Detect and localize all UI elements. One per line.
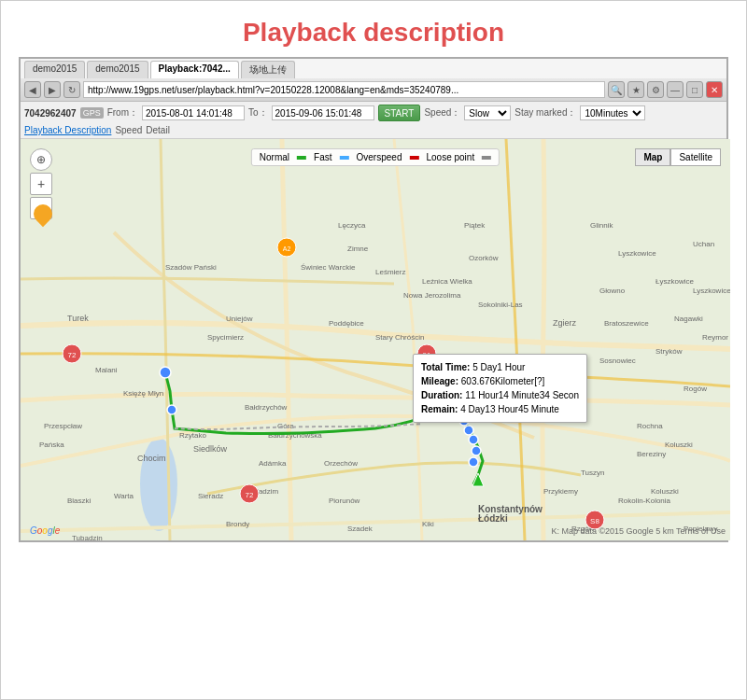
svg-text:Adámka: Adámka	[259, 459, 287, 468]
svg-text:Stryków: Stryków	[655, 347, 683, 356]
device-id: 7042962407	[24, 108, 77, 119]
maximize-btn[interactable]: □	[686, 81, 703, 98]
device-badge: GPS	[80, 107, 104, 119]
search-btn[interactable]: 🔍	[608, 81, 625, 98]
svg-text:Reymor: Reymor	[702, 333, 728, 342]
svg-text:Warta: Warta	[114, 492, 134, 500]
svg-text:Sokolniki-Las: Sokolniki-Las	[478, 301, 523, 309]
pan-button[interactable]: ⊕	[30, 148, 52, 171]
google-logo: Google	[30, 525, 60, 536]
overspeed-color-dot	[409, 156, 418, 160]
forward-button[interactable]: ▶	[44, 81, 61, 98]
toolbar-bar: 7042962407 GPS From： To： START Speed： Sl…	[21, 102, 726, 139]
duration-value: 11 Hour14 Minute34 Secon	[465, 390, 579, 400]
browser-chrome: ◀ ▶ ↻ 🔍 ★ ⚙ — □ ✕	[21, 78, 726, 102]
svg-text:Lyszkowice: Lyszkowice	[693, 287, 730, 295]
svg-text:Sosnowiec: Sosnowiec	[599, 357, 636, 365]
svg-text:Blaszki: Blaszki	[67, 497, 92, 505]
svg-text:Rokolin-Kolonia: Rokolin-Kolonia	[618, 497, 671, 505]
svg-text:Turek: Turek	[67, 314, 89, 323]
svg-text:Rogów: Rogów	[684, 385, 707, 393]
refresh-button[interactable]: ↻	[63, 81, 80, 98]
remain-label: Remain:	[421, 404, 458, 414]
svg-text:Leźnica Wielka: Leźnica Wielka	[422, 277, 472, 286]
remain-value: 4 Day13 Hour45 Minute	[460, 404, 559, 414]
address-input[interactable]	[83, 81, 605, 98]
fast-color-dot	[340, 156, 349, 160]
legend-loose-label: Loose point	[426, 152, 474, 162]
svg-text:Bereziny: Bereziny	[637, 450, 666, 458]
tab-upload[interactable]: 场地上传	[241, 61, 295, 78]
tab-playback[interactable]: Playback:7042...	[150, 61, 239, 78]
svg-text:Rzytako: Rzytako	[179, 431, 206, 440]
svg-text:Chocim: Chocim	[137, 454, 166, 463]
svg-text:Pańska: Pańska	[39, 441, 64, 449]
svg-text:Stary Chróścin: Stary Chróścin	[375, 333, 424, 342]
svg-text:Uchan: Uchan	[693, 240, 714, 248]
svg-text:Lyszkowice: Lyszkowice	[618, 249, 656, 258]
svg-text:Przespcław: Przespcław	[44, 422, 82, 430]
minimize-btn[interactable]: —	[667, 81, 684, 98]
popup-mileage: Mileage: 603.676Kilometer[?]	[421, 374, 579, 388]
legend-overspeed-label: Overspeed	[357, 152, 402, 162]
svg-text:Szadów Pański: Szadów Pański	[165, 263, 217, 272]
tab-demo2015-2[interactable]: demo2015	[87, 61, 148, 78]
settings-btn[interactable]: ⚙	[647, 81, 664, 98]
stay-marked-label: Stay marked：	[514, 106, 576, 119]
back-button[interactable]: ◀	[24, 81, 41, 98]
popup-remain: Remain: 4 Day13 Hour45 Minute	[421, 402, 579, 416]
popup-duration: Duration: 11 Hour14 Minute34 Secon	[421, 388, 579, 402]
zoom-in-button[interactable]: +	[30, 173, 52, 195]
svg-text:Góra: Góra	[277, 422, 294, 430]
page-title: Playback description	[1, 1, 746, 57]
svg-text:Orzechów: Orzechów	[324, 459, 358, 468]
svg-text:Leśmierz: Leśmierz	[375, 268, 405, 276]
svg-text:A2: A2	[283, 245, 291, 252]
total-time-label: Total Time:	[421, 362, 470, 372]
svg-text:Sieradz: Sieradz	[198, 492, 223, 500]
legend-normal-label: Normal	[260, 152, 289, 162]
mileage-value: 603.676Kilometer[?]	[461, 376, 545, 386]
svg-text:Przykiemy: Przykiemy	[543, 487, 578, 496]
start-button[interactable]: START	[378, 105, 421, 121]
map-container: Turek Malani Przespcław Pańska Blaszki C…	[21, 139, 730, 540]
speed-select[interactable]: Slow Normal Fast	[464, 105, 511, 120]
close-btn[interactable]: ✕	[706, 81, 723, 98]
svg-text:Glinnik: Glinnik	[590, 221, 613, 230]
map-attribution: K: Map data ©2015 Google 5 km Terms of U…	[551, 526, 726, 536]
svg-text:Piorunów: Piorunów	[329, 497, 360, 505]
svg-text:Tuszyn: Tuszyn	[581, 469, 605, 477]
svg-text:Tubądzin: Tubądzin	[72, 534, 103, 540]
svg-point-2	[140, 438, 177, 531]
svg-text:Lęczyca: Lęczyca	[338, 221, 366, 230]
from-input[interactable]	[142, 105, 245, 120]
mileage-label: Mileage:	[421, 376, 458, 386]
speed-tab[interactable]: Speed	[115, 125, 142, 135]
svg-text:Kiki: Kiki	[422, 520, 434, 528]
detail-tab[interactable]: Detail	[146, 125, 170, 135]
bookmark-btn[interactable]: ★	[627, 81, 644, 98]
stay-select[interactable]: 10Minutes 5Minutes 30Minutes	[580, 105, 645, 120]
svg-text:Rochna: Rochna	[637, 422, 663, 430]
svg-point-81	[472, 446, 481, 455]
svg-text:S8: S8	[590, 517, 599, 525]
playback-desc-tab[interactable]: Playback Description	[24, 125, 111, 135]
speed-label: Speed：	[424, 106, 460, 119]
svg-text:Piątek: Piątek	[464, 221, 486, 230]
to-label: To：	[248, 106, 268, 119]
to-input[interactable]	[272, 105, 374, 120]
svg-text:Koluszki: Koluszki	[651, 487, 679, 496]
svg-text:Uniejów: Uniejów	[226, 315, 253, 323]
map-type-map[interactable]: Map	[635, 148, 670, 166]
svg-text:Malani: Malani	[95, 366, 118, 374]
svg-text:Koluszki: Koluszki	[665, 441, 693, 449]
map-type-satellite[interactable]: Satellite	[670, 148, 721, 166]
svg-text:Głowno: Głowno	[599, 287, 626, 295]
svg-text:Bałdrzychów: Bałdrzychów	[245, 403, 288, 412]
svg-point-76	[167, 405, 176, 414]
svg-point-75	[160, 367, 171, 378]
tab-demo2015-1[interactable]: demo2015	[24, 61, 85, 78]
svg-text:Łódzki: Łódzki	[478, 513, 508, 524]
svg-text:72: 72	[68, 351, 77, 359]
svg-text:72: 72	[246, 491, 254, 499]
